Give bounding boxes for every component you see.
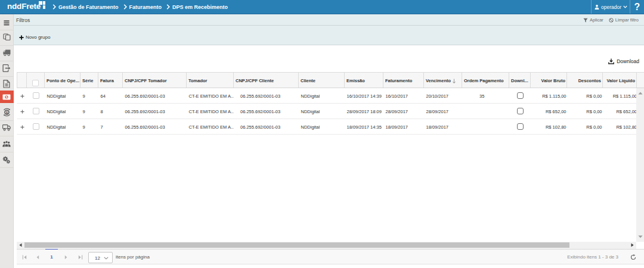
svg-text:$: $: [5, 110, 8, 114]
svg-text:$: $: [5, 95, 7, 99]
